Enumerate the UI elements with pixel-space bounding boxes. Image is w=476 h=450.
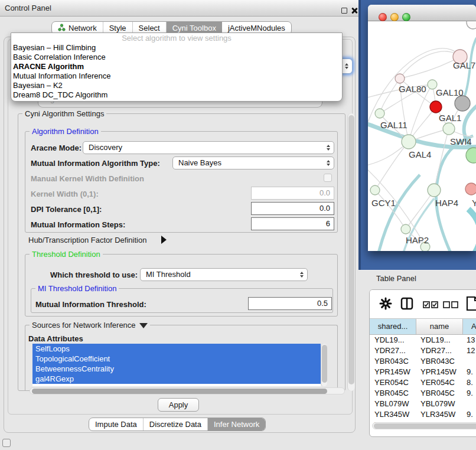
combo-stepper-icon	[300, 272, 304, 278]
expand-arrow-icon[interactable]	[161, 236, 167, 244]
settings-vertical-scrollbar[interactable]	[347, 113, 355, 391]
table-cell: YBR045C	[416, 388, 462, 399]
network-node[interactable]	[395, 74, 405, 83]
mi-type-combo[interactable]: Naive Bayes	[172, 156, 334, 169]
dropdown-placeholder: Select algorithm to view settings	[11, 33, 342, 43]
column-header-shared[interactable]: shared...	[370, 319, 416, 334]
deselect-all-icon[interactable]	[443, 300, 458, 311]
dpi-tolerance-field[interactable]: 0.0	[251, 202, 334, 215]
select-all-icon[interactable]	[423, 300, 438, 311]
scrollbar-thumb[interactable]	[374, 423, 476, 429]
table-row[interactable]: YER054CYER054C8.	[370, 377, 476, 388]
table-cell	[462, 399, 476, 409]
panel-corner-icon[interactable]	[2, 439, 11, 447]
column-header-name[interactable]: name	[416, 319, 463, 334]
network-node[interactable]	[466, 148, 476, 163]
algorithm-dropdown-popup: Select algorithm to view settings Bayesi…	[11, 32, 343, 102]
table-horizontal-scrollbar[interactable]	[372, 422, 476, 429]
hub-definition-label: Hub/Transcription Factor Definition	[28, 236, 146, 244]
network-node-label: YD	[472, 198, 476, 208]
network-edge[interactable]	[434, 129, 449, 190]
dropdown-item[interactable]: Bayesian – K2	[11, 81, 342, 90]
table-cell: 9.	[462, 409, 476, 420]
scrollbar-thumb[interactable]	[32, 389, 327, 394]
network-node[interactable]	[428, 184, 441, 197]
network-edge[interactable]	[400, 51, 460, 79]
combo-stepper-icon	[327, 160, 330, 166]
table-cell: YBL079W	[416, 399, 462, 409]
attribute-list-item[interactable]: TopologicalCoefficient	[32, 354, 321, 364]
network-node[interactable]	[467, 21, 476, 29]
network-node[interactable]	[402, 135, 416, 149]
table-cell: 8.	[462, 377, 476, 388]
dropdown-item[interactable]: ARACNE Algorithm	[11, 62, 342, 71]
table-cell: YLR345W	[416, 409, 462, 420]
file-icon[interactable]	[466, 296, 476, 314]
mi-threshold-field[interactable]: 0.5	[248, 297, 332, 310]
attributes-horizontal-scrollbar[interactable]	[30, 387, 345, 394]
network-view-window[interactable]: GAL7GAL80GAL10GAL1GAL11SWI4GAL4GCY1HAP4Y…	[368, 5, 476, 251]
dropdown-item[interactable]: Mutual Information Inference	[11, 71, 342, 81]
zoom-window-icon[interactable]	[402, 13, 410, 21]
apply-button[interactable]: Apply	[158, 398, 199, 412]
table-row[interactable]: YLR345WYLR345W9.	[370, 409, 476, 420]
column-header-next[interactable]: A	[463, 319, 476, 334]
table-row[interactable]: YBR043CYBR043C	[370, 356, 476, 367]
network-edge[interactable]	[380, 79, 400, 113]
scrollbar-thumb[interactable]	[348, 115, 354, 384]
float-panel-icon[interactable]	[341, 8, 347, 14]
kernel-width-label: Kernel Width (0,1):	[31, 190, 99, 198]
table-cell: YPR145W	[370, 367, 416, 377]
dropdown-item[interactable]: Dream8 DC_TDC Algorithm	[11, 90, 342, 100]
network-node[interactable]	[443, 123, 455, 135]
table-cell: YDR27...	[370, 345, 416, 356]
network-edge[interactable]	[406, 190, 434, 229]
table-cell: YBR043C	[370, 356, 416, 367]
network-node-label: GAL7	[453, 60, 475, 70]
table-row[interactable]: YBR045CYBR045C9.	[370, 388, 476, 399]
network-window-titlebar[interactable]	[368, 5, 476, 21]
combo-stepper-icon	[345, 63, 348, 69]
network-canvas[interactable]: GAL7GAL80GAL10GAL1GAL11SWI4GAL4GCY1HAP4Y…	[368, 21, 476, 251]
close-icon[interactable]	[351, 7, 358, 14]
network-node[interactable]	[430, 101, 442, 113]
dropdown-item[interactable]: Bayesian – Hill Climbing	[11, 43, 342, 53]
mi-steps-field[interactable]: 6	[251, 217, 334, 230]
aracne-mode-combo[interactable]: Discovery	[83, 141, 334, 154]
tab-impute-data[interactable]: Impute Data	[89, 418, 144, 431]
table-row[interactable]: YBL079WYBL079W	[370, 399, 476, 409]
network-node[interactable]	[465, 183, 476, 195]
attributes-vertical-scrollbar[interactable]	[321, 344, 327, 386]
network-edge[interactable]	[468, 209, 476, 251]
tab-label: Network	[69, 24, 97, 32]
data-attributes-list[interactable]: SelfLoopsTopologicalCoefficientBetweenne…	[32, 344, 321, 386]
attribute-list-item[interactable]: SelfLoops	[32, 344, 321, 354]
table-cell: 9.	[462, 367, 476, 377]
network-node[interactable]	[455, 96, 470, 111]
mi-threshold-label: Mutual Information Threshold:	[35, 300, 146, 309]
dpi-tolerance-label: DPI Tolerance [0,1]:	[31, 205, 102, 214]
table-row[interactable]: YDR27...YDR27...12	[370, 345, 476, 356]
network-node[interactable]	[401, 224, 410, 234]
dropdown-item[interactable]: Basic Correlation Inference	[11, 53, 342, 62]
scrollbar-thumb[interactable]	[322, 345, 327, 383]
network-node-label: GAL10	[436, 87, 464, 97]
tab-discretize-data[interactable]: Discretize Data	[144, 418, 208, 431]
network-node[interactable]	[375, 109, 384, 118]
kernel-width-field[interactable]: 0.0	[251, 187, 334, 200]
minimize-window-icon[interactable]	[390, 13, 399, 21]
columns-icon[interactable]	[400, 297, 413, 312]
network-node[interactable]	[370, 185, 380, 195]
tab-infer-network[interactable]: Infer Network	[208, 418, 265, 431]
table-cell: YER054C	[370, 377, 416, 388]
which-threshold-combo[interactable]: MI Threshold	[140, 268, 308, 281]
table-row[interactable]: YPR145WYPR145W9.	[370, 367, 476, 377]
attribute-list-item[interactable]: BetweennessCentrality	[32, 364, 321, 374]
gear-icon[interactable]	[379, 297, 392, 312]
close-window-icon[interactable]	[379, 13, 387, 21]
network-node-label: HAP2	[406, 235, 429, 245]
network-node-label: GAL1	[439, 113, 461, 123]
manual-kernel-checkbox[interactable]	[324, 174, 332, 182]
attribute-list-item[interactable]: gal4RGexp	[32, 374, 321, 384]
table-row[interactable]: YDL19...YDL19...13	[370, 335, 476, 345]
